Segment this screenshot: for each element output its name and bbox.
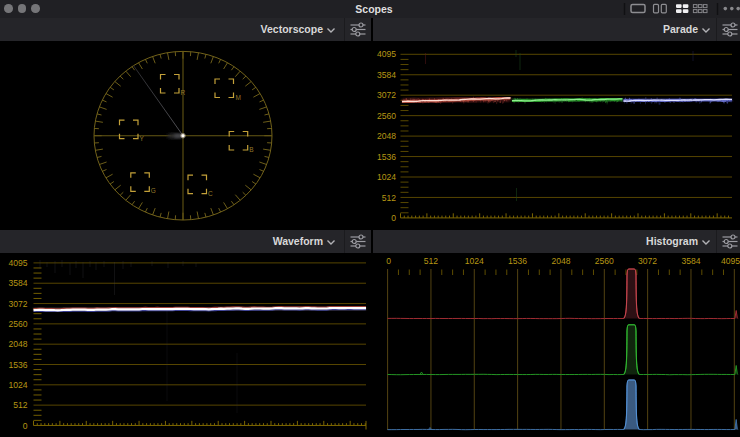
svg-text:4095: 4095 [721,256,740,266]
svg-text:3072: 3072 [638,256,657,266]
svg-text:3072: 3072 [8,299,27,309]
svg-text:0: 0 [391,213,396,223]
svg-text:4095: 4095 [377,49,396,59]
svg-text:0: 0 [386,256,391,266]
svg-text:1536: 1536 [8,360,27,370]
svg-text:M: M [236,94,241,101]
svg-text:512: 512 [13,400,28,410]
svg-text:1024: 1024 [8,380,27,390]
svg-text:2560: 2560 [377,111,396,121]
svg-text:Y: Y [140,135,145,142]
svg-text:4095: 4095 [8,258,27,268]
svg-text:R: R [181,89,186,96]
svg-text:2048: 2048 [377,131,396,141]
svg-text:2048: 2048 [551,256,570,266]
svg-text:0: 0 [23,421,28,431]
svg-text:3584: 3584 [8,278,27,288]
svg-text:G: G [151,187,156,194]
svg-text:1024: 1024 [465,256,484,266]
svg-text:3072: 3072 [377,90,396,100]
svg-text:B: B [249,146,253,153]
svg-text:512: 512 [424,256,439,266]
svg-text:2048: 2048 [8,339,27,349]
svg-text:1024: 1024 [377,172,396,182]
svg-text:C: C [208,190,213,197]
svg-text:1536: 1536 [508,256,527,266]
svg-text:2560: 2560 [595,256,614,266]
svg-text:2560: 2560 [8,319,27,329]
svg-text:1536: 1536 [377,152,396,162]
svg-text:512: 512 [382,193,397,203]
svg-text:3584: 3584 [681,256,700,266]
svg-text:3584: 3584 [377,70,396,80]
